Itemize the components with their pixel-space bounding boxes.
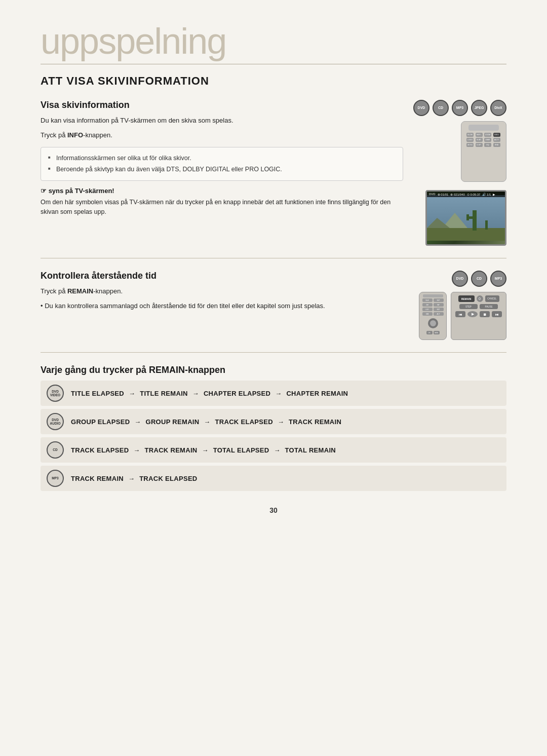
arrow1: → (129, 390, 135, 397)
next-button: ⏭ (492, 311, 502, 317)
tv-info-chapter: ⊕ 021/040 (450, 193, 464, 196)
arrow4: → (134, 418, 141, 426)
remain-row-3: ⏮ ▶ ⏹ ⏭ (454, 311, 503, 317)
remain-disc-mp3: MP3 (47, 470, 64, 487)
tv-screen-image (427, 192, 505, 244)
arrow10: → (128, 475, 135, 482)
kontrollera-p1: Tryck på REMAIN-knappen. (41, 286, 325, 297)
remote-main-remain: REMAIN 0 CANCEL STEP PAUSE ⏮ ▶ ⏹ ⏭ (451, 292, 506, 340)
varje-section: Varje gång du trycker på REMAIN-knappen … (41, 365, 506, 491)
remote-top (468, 125, 499, 131)
disc-icon-dvd: DVD (413, 100, 429, 116)
disc-icon-jpeg: JPEG (471, 100, 487, 116)
remain-disc-cd: CD (47, 441, 64, 459)
remain-text-mp3: TRACK REMAIN → TRACK ELAPSED (71, 475, 198, 482)
tv-info-dvd: DVD (429, 193, 436, 196)
remain-row-1: REMAIN 0 CANCEL (454, 295, 503, 302)
remain-text-dvdvideo: TITLE ELAPSED → TITLE REMAIN → CHAPTER E… (71, 390, 348, 397)
hand-symbol-title: syns på TV-skärmen! (41, 187, 403, 195)
tv-info-bar: DVD ⊕ 01/01 ⊕ 021/040 ⊙ 0:05:37 🔊 1/1 ▶ (427, 192, 505, 197)
step-button: STEP (459, 304, 478, 309)
hand-symbol-text: Om den här symbolen visas på TV-skärmen … (41, 198, 403, 217)
remote-btn-grid: SLOW SKIP+ ZOOM INFO LOGO SUBT DIMR ACTT… (466, 133, 501, 147)
svg-rect-5 (474, 213, 477, 219)
kontrollera-section: Kontrollera återstående tid Tryck på REM… (41, 271, 506, 340)
remote-btn-zoom: ZOOM (484, 133, 491, 137)
svg-rect-1 (427, 228, 505, 241)
rs-b8: ACT (434, 312, 444, 316)
remote-btn-actit: ACTT (493, 138, 500, 142)
page-number: 30 (41, 506, 506, 514)
kontrollera-title-row: Kontrollera återstående tid Tryck på REM… (41, 271, 404, 316)
remote-btn-eq: EQ (484, 143, 491, 147)
rs-b5: LGO (422, 308, 433, 311)
rs-b3: ZM (422, 303, 433, 307)
rs-circle (428, 318, 438, 328)
play-button: ▶ (467, 311, 478, 317)
remote-mockup-visa: SLOW SKIP+ ZOOM INFO LOGO SUBT DIMR ACTT… (461, 121, 506, 182)
remote-btn-info: INFO (493, 133, 500, 137)
remain-disc-dvdvideo: DVDVIDEO (47, 385, 64, 402)
rs-b7: DIM (422, 312, 433, 316)
arrow6: → (278, 418, 284, 426)
remote-side: SLW SKP ZM INF LGO SBT DIM ACT OK MEN (419, 292, 447, 340)
remain-button[interactable]: REMAIN (458, 295, 475, 302)
arrow9: → (274, 446, 280, 454)
tv-scene-svg (427, 195, 505, 241)
remain-row-dvdaudio: DVDAUDIO GROUP ELAPSED → GROUP REMAIN → … (41, 409, 506, 434)
visa-right-content: DVD CD MP3 JPEG DivX SLOW SKIP+ ZOOM INF… (413, 100, 506, 246)
kontrollera-left: Kontrollera återstående tid Tryck på REM… (41, 271, 404, 316)
zero-button: 0 (477, 295, 483, 302)
remain-row-2: STEP PAUSE (454, 304, 503, 309)
pause-button: PAUSE (480, 304, 498, 309)
rs-b2: SKP (434, 298, 444, 302)
rs-ok: OK (426, 331, 433, 334)
rs-b1: SLW (422, 298, 433, 302)
remain-bold: REMAIN (67, 287, 93, 295)
remote-btn-skip: SKIP+ (476, 133, 483, 137)
remain-disc-dvdaudio: DVDAUDIO (47, 413, 64, 430)
remain-row-mp3: MP3 TRACK REMAIN → TRACK ELAPSED (41, 466, 506, 491)
remote-btn-subt: SUBT (476, 138, 483, 142)
note-box: Informationsskärmen ser olika ut för oli… (41, 147, 403, 181)
svg-rect-4 (466, 214, 469, 220)
rs-bottom-row: OK MEN (426, 331, 440, 334)
tv-mockup: DVD ⊕ 01/01 ⊕ 021/040 ⊙ 0:05:37 🔊 1/1 ▶ (425, 190, 506, 246)
remote-btn-3d: 3D SU (466, 143, 474, 147)
tv-info-audio: 🔊 1/1 (482, 193, 491, 196)
remote-btn-dimmer: DIMR (484, 138, 491, 142)
prev-button: ⏮ (455, 311, 465, 317)
rs-circle-inner (430, 320, 436, 326)
section-title: ATT VISA SKIVINFORMATION (41, 74, 506, 88)
remote-btn-slow: SLOW (466, 133, 474, 137)
visa-left-content: Visa skivinformation Du kan visa informa… (41, 100, 413, 222)
visa-skivinformation-section: Visa skivinformation Du kan visa informa… (41, 100, 506, 246)
remain-text-cd: TRACK ELAPSED → TRACK REMAIN → TOTAL ELA… (71, 446, 336, 454)
varje-title: Varje gång du trycker på REMAIN-knappen (41, 365, 506, 375)
disc-icon-mp3: MP3 (452, 100, 468, 116)
disc-icon-cd-k: CD (471, 271, 487, 287)
tv-container: DVD ⊕ 01/01 ⊕ 021/040 ⊙ 0:05:37 🔊 1/1 ▶ (425, 190, 506, 246)
visa-paragraph2: Tryck på INFO-knappen. (41, 130, 403, 141)
rs-men: MEN (434, 331, 440, 334)
disc-icons-visa: DVD CD MP3 JPEG DivX (413, 100, 506, 116)
note-item-1: Informationsskärmen ser olika ut för oli… (48, 153, 396, 164)
remain-row-cd: CD TRACK ELAPSED → TRACK REMAIN → TOTAL … (41, 437, 506, 463)
svg-rect-6 (485, 220, 488, 230)
arrow8: → (202, 446, 208, 454)
hand-symbol-box: syns på TV-skärmen! Om den här symbolen … (41, 187, 403, 217)
remain-row-dvdvideo: DVDVIDEO TITLE ELAPSED → TITLE REMAIN → … (41, 381, 506, 406)
arrow2: → (192, 390, 199, 397)
visa-paragraph1: Du kan visa information på TV-skärmen om… (41, 116, 403, 126)
remain-text-dvdaudio: GROUP ELAPSED → GROUP REMAIN → TRACK ELA… (71, 418, 341, 426)
remote-btn-logo: LOGO (466, 138, 474, 142)
remote-btn-snd: SND (493, 143, 500, 147)
tv-info-track: ⊕ 01/01 (438, 193, 449, 196)
disc-icons-kontrollera: DVD CD MP3 (419, 271, 506, 287)
remote-btn-dup: D.UP (476, 143, 483, 147)
note-item-2: Beroende på skivtyp kan du även välja DT… (48, 164, 396, 175)
disc-icon-cd: CD (433, 100, 449, 116)
kontrollera-subtitle: Kontrollera återstående tid (41, 271, 325, 281)
kontrollera-text-block: Kontrollera återstående tid Tryck på REM… (41, 271, 325, 316)
disc-icon-mp3-k: MP3 (490, 271, 506, 287)
